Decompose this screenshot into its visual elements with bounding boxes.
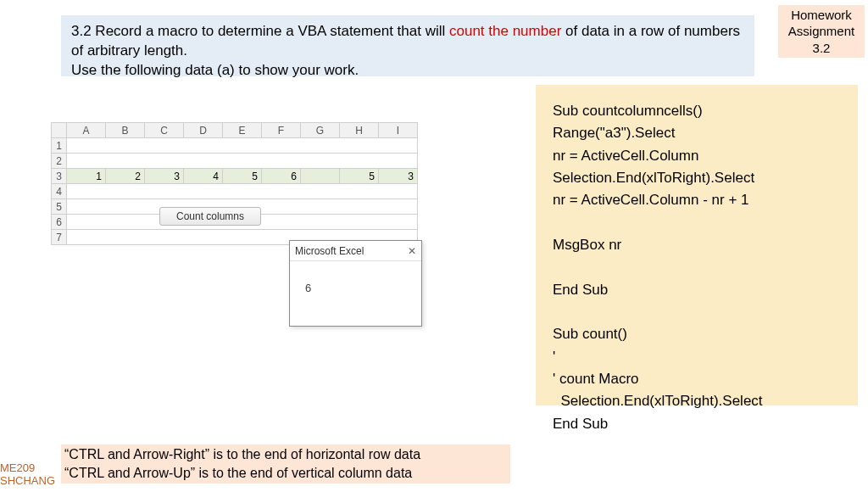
data-cell[interactable]: 2: [106, 169, 145, 184]
col-header: I: [379, 123, 418, 138]
row-header: 6: [52, 215, 67, 230]
code-line: Selection.End(xlToRight).Select: [553, 393, 763, 409]
col-header: D: [184, 123, 223, 138]
col-header: G: [301, 123, 340, 138]
col-header: B: [106, 123, 145, 138]
data-cell[interactable]: [301, 169, 340, 184]
hw-line3: 3.2: [778, 40, 865, 57]
row-header: 4: [52, 184, 67, 199]
col-header: F: [262, 123, 301, 138]
instruction-text-highlight: count the number: [449, 23, 561, 39]
msgbox-dialog: Microsoft Excel ✕ 6: [289, 240, 422, 327]
hw-line1: Homework: [778, 7, 865, 24]
row-header: 3: [52, 169, 67, 184]
keyboard-note: “CTRL and Arrow-Right” is to the end of …: [61, 444, 510, 484]
hw-line2: Assignment: [778, 23, 865, 40]
excel-grid: A B C D E F G H I 1 2 3 1 2 3 4 5 6 5 3 …: [51, 122, 473, 245]
row-header: 2: [52, 154, 67, 169]
note-line1: “CTRL and Arrow-Right” is to the end of …: [64, 447, 420, 461]
data-cell[interactable]: 5: [340, 169, 379, 184]
corner-cell: [52, 123, 67, 138]
row-header: 5: [52, 199, 67, 215]
msgbox-value: 6: [305, 282, 311, 294]
code-line: MsgBox nr: [553, 237, 621, 253]
data-row: 3 1 2 3 4 5 6 5 3: [52, 169, 418, 184]
col-header: A: [67, 123, 106, 138]
instruction-text-line2: Use the following data (a) to show your …: [71, 62, 359, 78]
vba-code-panel: Sub countcolumncells() Range("a3").Selec…: [536, 85, 858, 405]
footer-label: ME209 SHCHANG: [0, 461, 55, 488]
code-line: Sub count(): [553, 326, 627, 342]
count-columns-button[interactable]: Count columns: [159, 207, 261, 226]
empty-cell: [67, 138, 418, 154]
code-line: End Sub: [553, 416, 608, 432]
col-header: E: [223, 123, 262, 138]
col-header: C: [145, 123, 184, 138]
data-cell[interactable]: 3: [145, 169, 184, 184]
data-cell[interactable]: 1: [67, 169, 106, 184]
code-line: ' count Macro: [553, 371, 639, 387]
spreadsheet-table: A B C D E F G H I 1 2 3 1 2 3 4 5 6 5 3 …: [51, 122, 418, 245]
note-line2: “CTRL and Arrow-Up” is to the end of ver…: [64, 466, 412, 480]
col-header: H: [340, 123, 379, 138]
data-cell[interactable]: 5: [223, 169, 262, 184]
code-line: Range("a3").Select: [553, 125, 675, 141]
code-line: ': [553, 349, 555, 365]
msgbox-body: 6: [290, 261, 421, 294]
code-line: End Sub: [553, 282, 608, 298]
row-header: 1: [52, 138, 67, 154]
footer-line1: ME209: [0, 461, 35, 474]
column-header-row: A B C D E F G H I: [52, 123, 418, 138]
code-line: Sub countcolumncells(): [553, 103, 703, 119]
instruction-text-prefix: 3.2 Record a macro to determine a VBA st…: [71, 23, 449, 39]
row-header: 7: [52, 230, 67, 245]
code-line: nr = ActiveCell.Column: [553, 148, 698, 164]
footer-line2: SHCHANG: [0, 474, 55, 487]
close-icon[interactable]: ✕: [408, 245, 416, 257]
empty-cell: [67, 154, 418, 169]
msgbox-titlebar: Microsoft Excel ✕: [290, 241, 421, 261]
data-cell[interactable]: 3: [379, 169, 418, 184]
instruction-banner: 3.2 Record a macro to determine a VBA st…: [61, 15, 754, 76]
data-cell[interactable]: 6: [262, 169, 301, 184]
empty-cell: [67, 184, 418, 199]
msgbox-title: Microsoft Excel: [295, 245, 364, 257]
homework-badge: Homework Assignment 3.2: [778, 5, 865, 58]
data-cell[interactable]: 4: [184, 169, 223, 184]
code-line: Selection.End(xlToRight).Select: [553, 170, 754, 186]
code-line: nr = ActiveCell.Column - nr + 1: [553, 192, 748, 208]
